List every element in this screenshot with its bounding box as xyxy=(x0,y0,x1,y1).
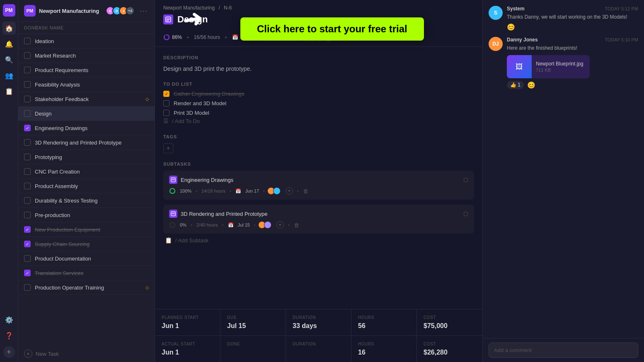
nav-home[interactable]: 🏠 xyxy=(2,22,16,35)
stat-cell-planned: DUEJul 15 xyxy=(220,309,286,335)
chat-avatar: DJ xyxy=(489,37,503,51)
add-reaction-button[interactable]: 😊 xyxy=(527,81,535,89)
task-list-item[interactable]: Translation Services xyxy=(18,266,155,280)
breadcrumb-project[interactable]: Newport Manufacturing xyxy=(163,5,215,11)
task-list-item[interactable]: Product Documentation xyxy=(18,251,155,266)
task-list-item[interactable]: Durability & Stress Testing xyxy=(18,193,155,208)
task-checkbox[interactable] xyxy=(24,81,31,88)
task-checkbox[interactable] xyxy=(24,110,31,117)
todo-text: Gather Engineering Drawings xyxy=(174,91,245,97)
task-name: CNC Part Creation xyxy=(35,169,149,175)
task-checkbox[interactable] xyxy=(24,125,31,131)
task-checkbox[interactable] xyxy=(24,241,31,247)
todo-title: TO DO LIST xyxy=(163,82,474,87)
task-list-header: DONE TASK NAME xyxy=(18,22,155,34)
breadcrumb: Newport Manufacturing / N-6 xyxy=(163,5,474,11)
task-checkbox[interactable] xyxy=(24,168,31,175)
task-name: Stakeholder Feedback xyxy=(35,96,140,102)
task-list-item[interactable]: Production Operator Training ◇ xyxy=(18,280,155,295)
hours-meta: 16/56 hours xyxy=(194,34,220,40)
stat-cell-actual: ACTUAL STARTJun 1 xyxy=(155,336,220,362)
task-name: Production Operator Training xyxy=(35,285,140,291)
add-todo-button[interactable]: ☰ / Add To Do xyxy=(163,116,474,126)
subtask-progress: 100% xyxy=(180,188,191,193)
add-assignee-button[interactable]: + xyxy=(276,221,284,229)
task-list-item[interactable]: New Production Equipment xyxy=(18,222,155,237)
task-checkbox[interactable] xyxy=(24,284,31,291)
task-checkbox[interactable] xyxy=(24,197,31,204)
task-list-item[interactable]: Prototyping xyxy=(18,150,155,164)
main-body: DESCRIPTION Design and 3D print the prot… xyxy=(155,47,482,309)
stat-label: COST xyxy=(424,315,476,320)
task-checkbox[interactable] xyxy=(24,212,31,218)
task-list-item[interactable]: Market Research xyxy=(18,48,155,63)
task-list-item[interactable]: Pre-production xyxy=(18,208,155,222)
app-logo[interactable]: PM xyxy=(3,4,15,17)
avatar-more[interactable]: +4 xyxy=(126,6,135,15)
subtask-hours: 14/16 hours xyxy=(201,188,225,193)
stat-label: HOURS xyxy=(358,315,410,320)
stat-value: $26,280 xyxy=(424,349,476,356)
nav-settings[interactable]: ⚙️ xyxy=(2,313,16,326)
task-name: Pre-production xyxy=(35,212,149,218)
add-tag-button[interactable]: + xyxy=(163,143,173,153)
task-list-item[interactable]: Stakeholder Feedback ◇ xyxy=(18,92,155,106)
add-subtask-button[interactable]: 📋 / Add Subtask xyxy=(163,234,474,247)
stat-label: COST xyxy=(424,342,476,346)
svg-point-14 xyxy=(170,222,175,227)
task-list-item[interactable]: Ideation xyxy=(18,34,155,48)
task-list-item[interactable]: Supply Chain Sourcing xyxy=(18,237,155,251)
task-list-item[interactable]: Product Assembly xyxy=(18,179,155,193)
nav-team[interactable]: 👥 xyxy=(2,69,16,82)
delete-subtask-button[interactable]: 🗑 xyxy=(303,188,308,194)
task-checkbox[interactable] xyxy=(24,52,31,59)
subtask-open-button[interactable]: ⬡ xyxy=(463,176,468,183)
todo-checkbox[interactable] xyxy=(163,91,169,97)
task-checkbox[interactable] xyxy=(24,183,31,189)
subtask-open-button[interactable]: ⬡ xyxy=(463,210,468,217)
task-checkbox[interactable] xyxy=(24,139,31,146)
comment-input[interactable] xyxy=(489,343,638,358)
stat-value: $75,000 xyxy=(424,322,476,330)
add-reaction-button[interactable]: 😊 xyxy=(507,23,515,31)
attachment-thumbnail: 🖼 xyxy=(507,55,532,78)
task-list-item[interactable]: Feasibility Analysis xyxy=(18,77,155,92)
todo-checkbox[interactable] xyxy=(163,110,169,116)
add-task-row[interactable]: + New Task xyxy=(18,345,155,362)
reaction-badge[interactable]: 👍 1 xyxy=(507,81,524,89)
subtask-name: Engineering Drawings xyxy=(181,177,460,183)
stat-label: DUE xyxy=(227,315,279,320)
nav-help[interactable]: ❓ xyxy=(2,329,16,342)
subtask-hours: 2/40 hours xyxy=(196,222,218,227)
delete-subtask-button[interactable]: 🗑 xyxy=(294,222,299,228)
task-checkbox[interactable] xyxy=(24,154,31,160)
svg-point-10 xyxy=(170,188,175,193)
task-list-item[interactable]: Engineering Drawings xyxy=(18,121,155,135)
task-checkbox[interactable] xyxy=(24,226,31,233)
nav-search[interactable]: 🔍 xyxy=(2,53,16,66)
attachment-card[interactable]: 🖼 Newport Blueprint.jpg 711 KB xyxy=(507,55,590,78)
task-name: Market Research xyxy=(35,53,149,59)
task-list: Ideation Market Research Product Require… xyxy=(18,34,155,345)
task-checkbox[interactable] xyxy=(24,38,31,44)
task-checkbox[interactable] xyxy=(24,270,31,276)
add-project-button[interactable]: + xyxy=(3,346,15,358)
task-list-item[interactable]: Design xyxy=(18,106,155,121)
add-assignee-button[interactable]: + xyxy=(286,187,293,195)
task-checkbox[interactable] xyxy=(24,67,31,73)
task-list-item[interactable]: CNC Part Creation xyxy=(18,164,155,179)
breadcrumb-sep: / xyxy=(218,5,221,11)
task-checkbox[interactable] xyxy=(24,255,31,262)
nav-tasks[interactable]: 📋 xyxy=(2,84,16,98)
task-list-item[interactable]: Product Requirements xyxy=(18,63,155,77)
free-trial-banner[interactable]: Click here to start your free trial xyxy=(240,17,424,41)
task-list-item[interactable]: 3D Rendering and Printed Prototype xyxy=(18,135,155,150)
todo-checkbox[interactable] xyxy=(163,100,169,106)
task-name: Durability & Stress Testing xyxy=(35,198,149,204)
subtask-avatar xyxy=(264,221,271,229)
description-text[interactable]: Design and 3D print the prototype. xyxy=(163,64,474,73)
task-checkbox[interactable] xyxy=(24,96,31,102)
task-name: Design xyxy=(35,111,149,117)
more-options-button[interactable]: ⋯ xyxy=(138,5,149,16)
nav-notifications[interactable]: 🔔 xyxy=(2,37,16,51)
